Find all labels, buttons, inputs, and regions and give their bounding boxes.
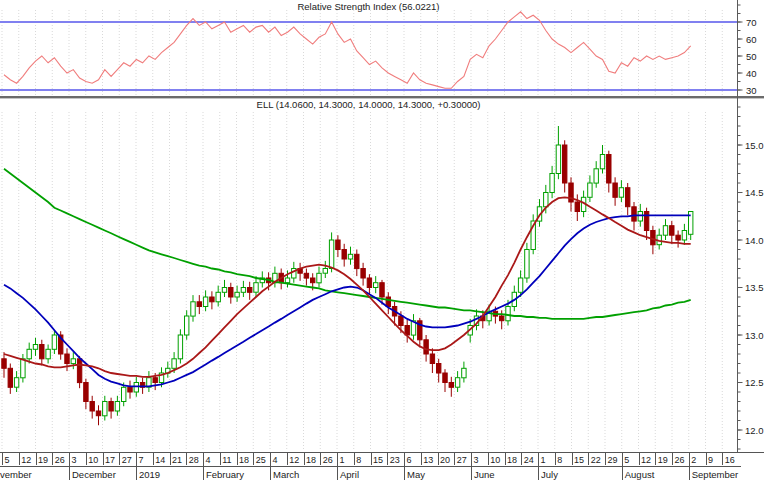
week-date-label: 19 (658, 455, 668, 465)
month-boundary-tick (270, 453, 271, 480)
week-tick (304, 453, 305, 465)
week-date-label: 14 (155, 455, 165, 465)
rsi-axis-label: 60 (746, 34, 757, 45)
week-tick (220, 453, 221, 465)
candle-body (248, 288, 252, 293)
week-date-label: 26 (55, 455, 65, 465)
month-label: April (340, 469, 359, 480)
candle-body (103, 402, 107, 416)
candle-body (594, 169, 598, 183)
week-date-label: 18 (507, 455, 517, 465)
candle-body (588, 183, 592, 197)
month-boundary-tick (404, 453, 405, 480)
candle-body (663, 226, 667, 236)
candle-body (619, 188, 623, 198)
candle-body (342, 250, 346, 260)
week-date-label: 3 (474, 455, 479, 465)
candle-body (14, 378, 18, 388)
candle-body (676, 235, 680, 240)
candle-body (8, 368, 12, 387)
week-date-label: 17 (105, 455, 115, 465)
week-date-label: 10 (88, 455, 98, 465)
candle-body (600, 155, 604, 169)
week-date-label: 5 (5, 455, 10, 465)
candle-body (575, 202, 579, 212)
week-date-label: 24 (524, 455, 534, 465)
week-tick (605, 453, 606, 465)
candle-body (153, 378, 157, 383)
week-date-label: 12 (289, 455, 299, 465)
week-date-label: 18 (239, 455, 249, 465)
price-axis-label: 14.0 (745, 235, 764, 246)
week-tick (354, 453, 355, 465)
week-date-label: 12 (21, 455, 31, 465)
month-label: August (625, 469, 655, 480)
candle-body (462, 368, 466, 378)
candle-body (518, 278, 522, 292)
week-tick (655, 453, 656, 465)
candle-body (90, 402, 94, 412)
week-tick (371, 453, 372, 465)
week-date-label: 7 (139, 455, 144, 465)
week-date-label: 15 (574, 455, 584, 465)
month-label: July (541, 469, 558, 480)
month-boundary-tick (538, 453, 539, 480)
month-label: February (206, 469, 244, 480)
candle-body (128, 387, 132, 392)
week-tick (153, 453, 154, 465)
week-date-label: 29 (608, 455, 618, 465)
month-label: 2019 (139, 469, 160, 480)
candle-body (115, 402, 119, 412)
week-tick (572, 453, 573, 465)
candle-body (84, 383, 88, 402)
candle-body (443, 373, 447, 383)
candle-body (27, 349, 31, 359)
candle-body (46, 349, 50, 359)
candle-body (178, 335, 182, 359)
candle-body (33, 345, 37, 350)
date-axis-underline (0, 466, 741, 467)
week-tick (488, 453, 489, 465)
candle-body (670, 226, 674, 236)
candle-body (216, 292, 220, 302)
candle-body (682, 231, 686, 241)
candle-body (311, 278, 315, 283)
candle-body (210, 297, 214, 302)
week-tick (36, 453, 37, 465)
rsi-axis-label: 50 (746, 51, 757, 62)
price-axis-label: 12.5 (745, 377, 764, 388)
week-date-label: 18 (306, 455, 316, 465)
candle-body (317, 273, 321, 283)
rsi-axis-label: 30 (746, 85, 757, 96)
candle-body (607, 155, 611, 184)
candle-body (197, 302, 201, 307)
week-tick (52, 453, 53, 465)
month-boundary-tick (337, 453, 338, 480)
week-tick (722, 453, 723, 465)
week-tick (421, 453, 422, 465)
month-boundary-tick (69, 453, 70, 480)
date-axis[interactable]: 5121926310172771421284111825412182618152… (0, 452, 764, 484)
candle-body (506, 307, 510, 321)
week-tick (86, 453, 87, 465)
week-tick (186, 453, 187, 465)
candle-body (563, 145, 567, 183)
week-date-label: 3 (72, 455, 77, 465)
candle-body (172, 359, 176, 369)
rsi-axis-label: 40 (746, 68, 757, 79)
week-tick (706, 453, 707, 465)
week-date-label: 1 (541, 455, 546, 465)
week-date-label: 27 (122, 455, 132, 465)
week-date-label: 15 (373, 455, 383, 465)
chart-canvas[interactable]: 706050403015.014.514.013.513.012.512.0 (0, 0, 764, 484)
price-axis-label: 14.5 (745, 187, 764, 198)
candle-body (632, 207, 636, 221)
candle-body (386, 297, 390, 307)
week-tick (119, 453, 120, 465)
month-boundary-tick (136, 453, 137, 480)
week-date-label: 22 (591, 455, 601, 465)
week-tick (253, 453, 254, 465)
candle-body (229, 288, 233, 298)
week-date-label: 12 (641, 455, 651, 465)
candle-body (367, 278, 371, 288)
